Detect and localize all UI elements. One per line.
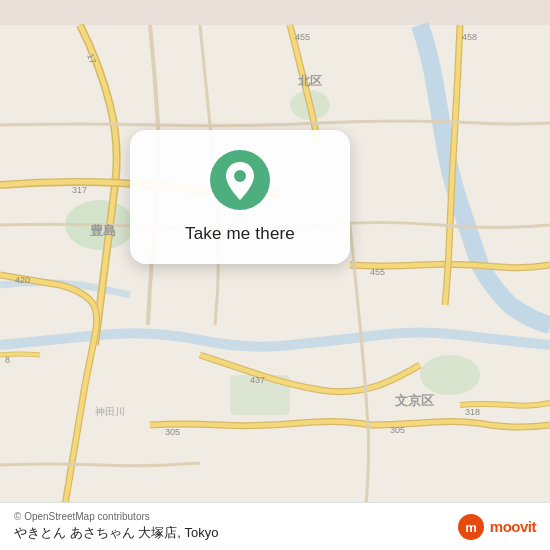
map-background: 17 317 420 458 455 455 305 305 437 318 8… [0, 0, 550, 550]
popup-overlay: Take me there [130, 130, 350, 264]
bottom-bar: © OpenStreetMap contributors やきとん あさちゃん … [0, 502, 550, 550]
svg-text:420: 420 [15, 275, 30, 285]
moovit-icon: m [457, 513, 485, 541]
bottom-left-info: © OpenStreetMap contributors やきとん あさちゃん … [14, 511, 218, 542]
location-pin-icon [208, 148, 272, 212]
moovit-logo: m moovit [457, 513, 536, 541]
svg-text:458: 458 [462, 32, 477, 42]
map-container: 17 317 420 458 455 455 305 305 437 318 8… [0, 0, 550, 550]
moovit-wordmark: moovit [490, 518, 536, 535]
svg-text:455: 455 [295, 32, 310, 42]
svg-text:305: 305 [165, 427, 180, 437]
svg-point-21 [234, 170, 246, 182]
take-me-there-button[interactable]: Take me there [185, 222, 295, 246]
svg-rect-0 [0, 25, 550, 525]
svg-text:北区: 北区 [297, 74, 322, 88]
svg-text:文京区: 文京区 [395, 393, 434, 408]
svg-text:318: 318 [465, 407, 480, 417]
svg-point-3 [420, 355, 480, 395]
svg-text:神田川: 神田川 [95, 406, 125, 417]
svg-text:豊島: 豊島 [90, 223, 116, 238]
svg-text:437: 437 [250, 375, 265, 385]
svg-text:8: 8 [5, 355, 10, 365]
svg-text:m: m [465, 520, 477, 535]
svg-text:455: 455 [370, 267, 385, 277]
svg-text:305: 305 [390, 425, 405, 435]
place-name: やきとん あさちゃん 大塚店, Tokyo [14, 524, 218, 542]
osm-attribution: © OpenStreetMap contributors [14, 511, 218, 522]
svg-text:317: 317 [72, 185, 87, 195]
